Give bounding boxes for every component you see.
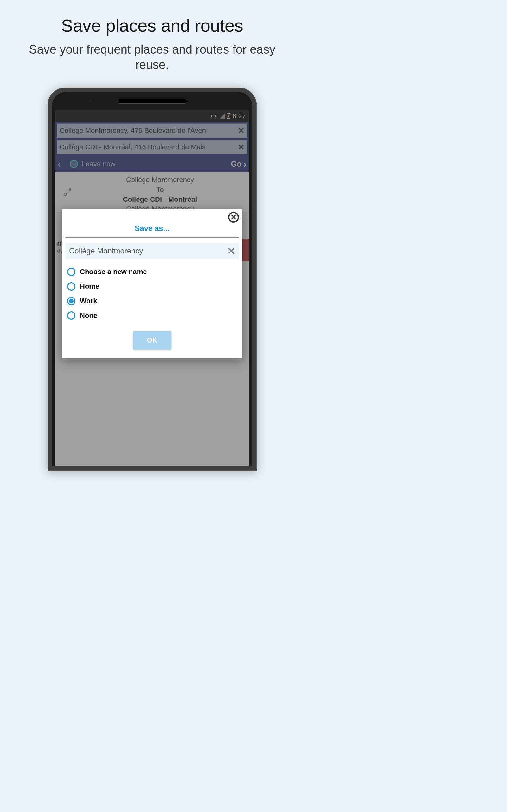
radio-icon	[67, 282, 75, 291]
clear-input-icon[interactable]: ✕	[227, 246, 235, 257]
ok-button[interactable]: OK	[133, 331, 171, 350]
name-input[interactable]: Collège Montmorency ✕	[65, 243, 239, 259]
phone-speaker	[117, 99, 187, 103]
screen: LTE ⚡ 6:27 Collège Montmorency, 475 Boul…	[55, 110, 249, 466]
radio-label: Choose a new name	[80, 268, 147, 276]
radio-icon-selected	[67, 297, 75, 305]
close-icon[interactable]: ✕	[228, 212, 239, 223]
radio-list: Choose a new name Home Work None	[62, 264, 242, 323]
radio-label: Home	[80, 282, 99, 291]
name-input-value: Collège Montmorency	[69, 247, 227, 255]
phone-frame: LTE ⚡ 6:27 Collège Montmorency, 475 Boul…	[48, 88, 257, 471]
modal-title: Save as...	[65, 209, 239, 238]
radio-label: None	[80, 311, 97, 320]
radio-work[interactable]: Work	[67, 294, 237, 308]
radio-none[interactable]: None	[67, 308, 237, 323]
radio-choose-name[interactable]: Choose a new name	[67, 264, 237, 279]
promo-title: Save places and routes	[0, 0, 304, 36]
radio-home[interactable]: Home	[67, 279, 237, 294]
radio-icon	[67, 311, 75, 320]
save-as-modal: ✕ Save as... Collège Montmorency ✕ Choos…	[62, 209, 242, 358]
radio-label: Work	[80, 297, 97, 305]
phone-camera	[89, 100, 92, 103]
promo-subtitle: Save your frequent places and routes for…	[0, 36, 304, 72]
phone-inner: LTE ⚡ 6:27 Collège Montmorency, 475 Boul…	[52, 92, 252, 466]
radio-icon	[67, 268, 75, 276]
